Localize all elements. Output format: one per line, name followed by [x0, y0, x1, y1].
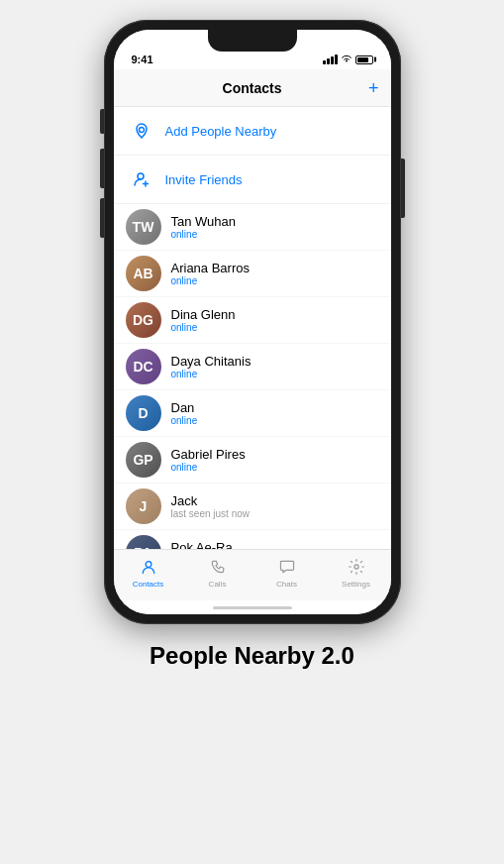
- phone-screen: 9:41 Contacts +: [114, 30, 391, 614]
- phone-frame: 9:41 Contacts +: [104, 20, 401, 624]
- status-time: 9:41: [132, 54, 153, 65]
- contact-item[interactable]: DG Dina Glenn online: [114, 297, 391, 344]
- chats-tab-icon: [276, 556, 298, 578]
- signal-icon: [323, 54, 338, 64]
- wifi-icon: [341, 54, 353, 65]
- add-contact-button[interactable]: +: [368, 79, 379, 97]
- contact-list: Add People Nearby Invite Friends TW: [114, 107, 391, 549]
- location-icon: [126, 115, 157, 147]
- svg-point-4: [146, 562, 151, 568]
- home-indicator: [114, 600, 391, 614]
- notch: [208, 30, 297, 52]
- contacts-tab-icon: [138, 556, 159, 578]
- contact-name: Pok Ae-Ra: [171, 540, 251, 549]
- contact-status: last seen just now: [171, 508, 251, 519]
- svg-point-0: [139, 128, 144, 133]
- tab-chats[interactable]: Chats: [262, 556, 312, 589]
- avatar: DC: [126, 349, 161, 384]
- avatar: TW: [126, 209, 161, 245]
- contacts-tab-label: Contacts: [133, 580, 164, 589]
- tab-calls[interactable]: Calls: [193, 556, 243, 589]
- contact-info: Pok Ae-Ra last seen just now: [171, 540, 251, 549]
- contact-name: Ariana Barros: [171, 261, 250, 275]
- contact-name: Tan Wuhan: [171, 214, 237, 229]
- contact-name: Gabriel Pires: [171, 447, 246, 462]
- status-icons: [323, 54, 373, 65]
- contact-info: Daya Chitanis online: [171, 354, 252, 379]
- avatar: PA: [126, 535, 161, 549]
- contact-item[interactable]: AB Ariana Barros online: [114, 251, 391, 297]
- contact-status: online: [171, 275, 250, 286]
- tab-settings[interactable]: Settings: [332, 556, 381, 589]
- tab-contacts[interactable]: Contacts: [124, 556, 173, 589]
- add-people-nearby-item[interactable]: Add People Nearby: [114, 107, 391, 156]
- contact-status: online: [171, 369, 252, 379]
- contact-status: online: [171, 322, 236, 333]
- contact-status: online: [171, 415, 198, 426]
- page-title: People Nearby 2.0: [150, 642, 354, 670]
- svg-point-5: [353, 565, 357, 569]
- tab-bar: Contacts Calls Chats: [114, 549, 391, 600]
- contact-name: Daya Chitanis: [171, 354, 252, 369]
- avatar: AB: [126, 256, 161, 291]
- avatar: D: [126, 395, 161, 431]
- avatar: GP: [126, 442, 161, 478]
- contact-info: Ariana Barros online: [171, 261, 250, 286]
- contact-info: Tan Wuhan online: [171, 214, 237, 240]
- battery-icon: [355, 55, 373, 64]
- contact-status: online: [171, 229, 237, 240]
- nav-header: Contacts +: [114, 69, 391, 107]
- contact-name: Dina Glenn: [171, 307, 236, 322]
- svg-point-1: [138, 173, 144, 179]
- contact-info: Dan online: [171, 400, 198, 426]
- contact-item[interactable]: TW Tan Wuhan online: [114, 204, 391, 251]
- contact-item[interactable]: DC Daya Chitanis online: [114, 344, 391, 390]
- chats-tab-label: Chats: [276, 580, 297, 589]
- contact-info: Gabriel Pires online: [171, 447, 246, 473]
- contact-info: Dina Glenn online: [171, 307, 236, 333]
- settings-tab-label: Settings: [342, 580, 370, 589]
- add-people-nearby-label: Add People Nearby: [165, 124, 277, 139]
- contact-item[interactable]: J Jack last seen just now: [114, 484, 391, 530]
- contact-name: Jack: [171, 493, 251, 508]
- contact-info: Jack last seen just now: [171, 493, 251, 519]
- calls-tab-label: Calls: [209, 580, 227, 589]
- invite-friends-label: Invite Friends: [165, 172, 243, 187]
- contact-item[interactable]: D Dan online: [114, 390, 391, 437]
- invite-friends-item[interactable]: Invite Friends: [114, 156, 391, 204]
- nav-title: Contacts: [223, 80, 282, 96]
- calls-tab-icon: [207, 556, 229, 578]
- avatar: J: [126, 488, 161, 524]
- contact-status: online: [171, 462, 246, 473]
- person-add-icon: [126, 163, 157, 195]
- contact-name: Dan: [171, 400, 198, 415]
- contact-item[interactable]: PA Pok Ae-Ra last seen just now: [114, 530, 391, 549]
- settings-tab-icon: [346, 556, 367, 578]
- contact-item[interactable]: GP Gabriel Pires online: [114, 437, 391, 484]
- contacts-container: TW Tan Wuhan online AB Ariana Barros onl…: [114, 204, 391, 549]
- avatar: DG: [126, 302, 161, 338]
